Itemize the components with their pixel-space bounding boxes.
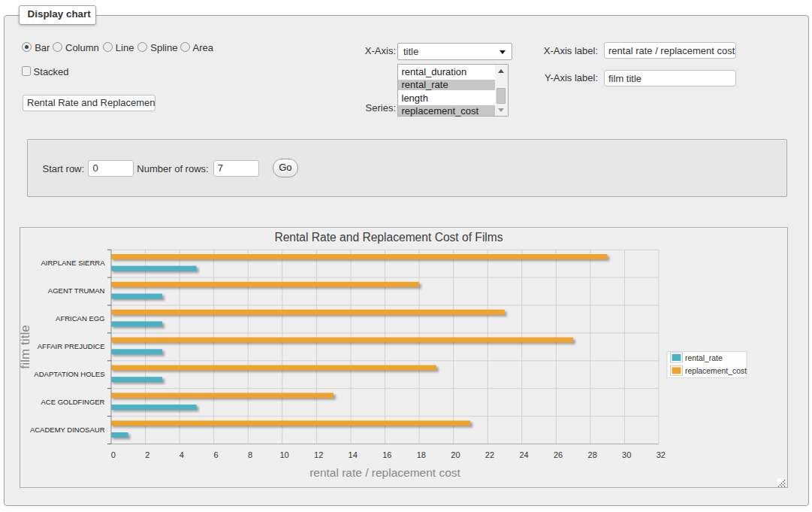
svg-text:32: 32 <box>657 450 666 459</box>
svg-text:20: 20 <box>451 450 460 459</box>
svg-text:ACADEMY DINOSAUR: ACADEMY DINOSAUR <box>30 425 105 433</box>
svg-text:22: 22 <box>485 450 494 459</box>
svg-text:10: 10 <box>279 450 288 459</box>
svg-text:26: 26 <box>554 450 563 459</box>
svg-text:12: 12 <box>314 450 323 459</box>
svg-text:Rental Rate and Replacement Co: Rental Rate and Replacement Cost of Film… <box>274 230 503 243</box>
svg-text:2: 2 <box>145 450 149 459</box>
svg-text:30: 30 <box>622 450 631 459</box>
svg-text:AIRPLANE SIERRA: AIRPLANE SIERRA <box>41 259 106 267</box>
svg-text:14: 14 <box>349 450 358 459</box>
svg-text:6: 6 <box>213 450 218 459</box>
svg-text:ACE GOLDFINGER: ACE GOLDFINGER <box>41 397 105 405</box>
svg-text:rental rate / replacement cost: rental rate / replacement cost <box>309 465 460 478</box>
svg-text:AFRICAN EGG: AFRICAN EGG <box>56 314 104 323</box>
svg-text:rental_rate: rental_rate <box>685 353 723 362</box>
svg-text:0: 0 <box>111 450 116 459</box>
svg-text:ADAPTATION HOLES: ADAPTATION HOLES <box>34 369 104 377</box>
svg-text:24: 24 <box>519 450 528 459</box>
svg-text:16: 16 <box>382 450 391 459</box>
svg-text:AGENT TRUMAN: AGENT TRUMAN <box>48 286 105 295</box>
svg-text:AFFAIR PREJUDICE: AFFAIR PREJUDICE <box>38 342 105 350</box>
svg-text:18: 18 <box>417 450 426 459</box>
svg-text:film title: film title <box>20 325 32 369</box>
svg-text:4: 4 <box>180 450 184 459</box>
svg-text:8: 8 <box>248 450 252 459</box>
svg-text:28: 28 <box>588 450 597 459</box>
svg-text:replacement_cost: replacement_cost <box>685 367 747 375</box>
